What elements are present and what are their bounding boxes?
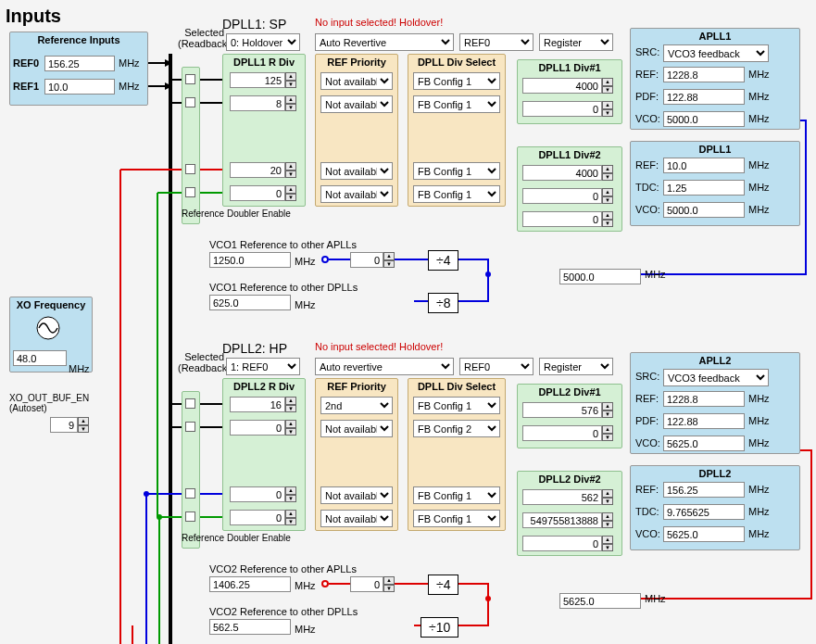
vco1-aplls-input[interactable] [209,252,291,268]
vco1-bus-input[interactable] [559,269,641,284]
dpll2-selected-select[interactable]: 1: REF0 [226,358,300,375]
dpll2r-vco-input[interactable] [663,526,745,542]
dpll1-ds1-select[interactable]: FB Config 1 [413,95,500,113]
apll1-vco-input[interactable] [663,111,745,127]
dpll1-d2b-input[interactable] [522,188,602,204]
dpll2-r0-spinner[interactable]: ▲▼ [285,397,296,412]
vco2-aplls-divider: ÷4 [428,575,458,595]
apll1-ref-input[interactable] [663,67,745,82]
xo-input[interactable] [13,350,67,366]
vco2-dplls-input[interactable] [209,619,291,635]
dpll1r-ref-input[interactable] [663,158,745,173]
dpll1-d1b-spinner[interactable]: ▲▼ [602,101,613,117]
dpll1-d2b-spinner[interactable]: ▲▼ [602,188,613,204]
dpll1-r0-input[interactable] [230,72,285,88]
dpll1-d2a-input[interactable] [522,165,602,181]
dpll1-prio1-select[interactable]: Not available [320,95,393,113]
dpll1-d1a-spinner[interactable]: ▲▼ [602,78,613,94]
dpll2-prio3-select[interactable]: Not available [320,510,393,527]
dpll2r-tdc-input[interactable] [663,504,745,520]
dpll1-selected-select[interactable]: 0: Holdover [226,33,300,51]
vco1-aplls-spinner[interactable]: ▲▼ [383,252,395,268]
dpll2-doubler-chk-2[interactable] [185,488,195,499]
dpll1r-vco-input[interactable] [663,202,745,218]
vco2-aplls-spinner[interactable]: ▲▼ [383,576,395,592]
apll2-pdf-input[interactable] [663,413,745,429]
dpll1-d1b-input[interactable] [522,101,602,117]
apll1-src-select[interactable]: VCO3 feedback [663,44,769,62]
dpll2-d2c-input[interactable] [522,536,602,551]
dpll2-r3-spinner[interactable]: ▲▼ [285,510,296,525]
ref1-input[interactable] [44,79,115,95]
xo-buf-input[interactable] [50,417,78,433]
dpll2r-tdc-label: TDC: [635,506,659,517]
dpll2-ds2-select[interactable]: FB Config 1 [413,486,500,504]
dpll2-doubler-chk-0[interactable] [185,398,195,409]
dpll1-d2c-input[interactable] [522,211,602,227]
vco2-bus-input[interactable] [559,593,641,609]
dpll2-r1-input[interactable] [230,420,285,436]
vco1-aplls-spin-input[interactable] [350,252,383,268]
apll2-src-select[interactable]: VCO3 feedback [663,369,769,386]
dpll1-d1a-input[interactable] [522,78,602,94]
dpll2-d1b-spinner[interactable]: ▲▼ [602,425,613,441]
dpll2-prio2-select[interactable]: Not available [320,486,393,504]
dpll2-r0-input[interactable] [230,397,285,412]
dpll2-r1-spinner[interactable]: ▲▼ [285,420,296,436]
dpll2-doubler-chk-1[interactable] [185,422,195,432]
dpll2-r2-input[interactable] [230,486,285,502]
dpll1-doubler-chk-3[interactable] [185,187,195,197]
apll2-ref-input[interactable] [663,391,745,407]
dpll1-refsel-select[interactable]: REF0 [459,33,534,51]
dpll2-ds3-select[interactable]: FB Config 1 [413,510,500,527]
dpll2-r2-spinner[interactable]: ▲▼ [285,486,296,502]
dpll2-d1a-input[interactable] [522,402,602,418]
dpll2-prio0-select[interactable]: 2nd [320,397,393,414]
dpll1-d2a-spinner[interactable]: ▲▼ [602,165,613,181]
dpll2-d1b-input[interactable] [522,425,602,441]
dpll2-d2a-input[interactable] [522,489,602,505]
dpll2-d2b-input[interactable] [522,512,602,528]
dpll2-r3-input[interactable] [230,510,285,525]
apll2-vco-input[interactable] [663,436,745,451]
dpll2-prio1-select[interactable]: Not available [320,420,393,437]
dpll2-doubler-chk-3[interactable] [185,511,195,522]
dpll1-r2-input[interactable] [230,162,285,178]
dpll1-r2-spinner[interactable]: ▲▼ [285,162,296,178]
dpll1-doubler-chk-0[interactable] [185,74,195,84]
xo-buf-spinner[interactable]: ▲▼ [78,417,89,433]
dpll1-r1-input[interactable] [230,95,285,111]
dpll1r-tdc-input[interactable] [663,180,745,196]
dpll2r-ref-input[interactable] [663,482,745,498]
dpll1-ds0-select[interactable]: FB Config 1 [413,72,500,90]
dpll1-r3-spinner[interactable]: ▲▼ [285,185,296,201]
vco2-aplls-spin-input[interactable] [350,576,383,592]
dpll1-prio3-select[interactable]: Not available [320,185,393,203]
ref0-input[interactable] [44,56,115,71]
apll1-pdf-input[interactable] [663,89,745,105]
dpll2-ds0-select[interactable]: FB Config 1 [413,397,500,414]
dpll2-d1a-spinner[interactable]: ▲▼ [602,402,613,418]
dpll2-ds1-select[interactable]: FB Config 2 [413,420,500,437]
dpll1-r1-spinner[interactable]: ▲▼ [285,95,296,111]
dpll1-revertive-select[interactable]: Auto Revertive [315,33,454,51]
dpll1-prio2-select[interactable]: Not available [320,162,393,180]
vco1-dplls-input[interactable] [209,295,291,310]
dpll1-doubler-chk-2[interactable] [185,164,195,174]
dpll1-prio0-select[interactable]: Not available [320,72,393,90]
dpll1-r0-spinner[interactable]: ▲▼ [285,72,296,88]
dpll2-register-select[interactable]: Register [539,358,613,375]
dpll2-d2c-spinner[interactable]: ▲▼ [602,536,613,551]
dpll2-d2b-spinner[interactable]: ▲▼ [602,512,613,528]
dpll2-refsel-select[interactable]: REF0 [459,358,534,375]
dpll1-register-select[interactable]: Register [539,33,613,51]
dpll1-d2c-spinner[interactable]: ▲▼ [602,211,613,227]
dpll1r-tdc-unit: MHz [748,182,770,193]
dpll2-revertive-select[interactable]: Auto revertive [315,358,454,375]
vco2-aplls-input[interactable] [209,576,291,592]
dpll1-ds2-select[interactable]: FB Config 1 [413,162,500,180]
dpll1-doubler-chk-1[interactable] [185,97,195,107]
dpll2-d2a-spinner[interactable]: ▲▼ [602,489,613,505]
dpll1-r3-input[interactable] [230,185,285,201]
dpll1-ds3-select[interactable]: FB Config 1 [413,185,500,203]
